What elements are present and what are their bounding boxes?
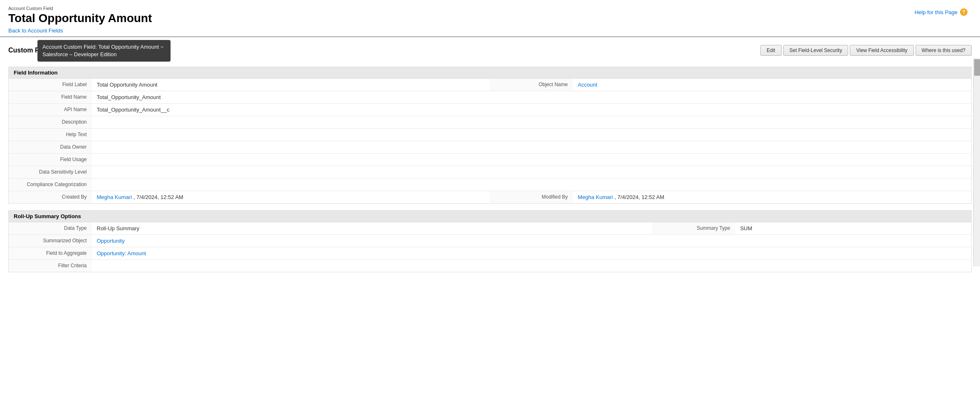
table-row: Summarized Object Opportunity [9,235,972,247]
table-row: Field Name Total_Opportunity_Amount [9,91,972,104]
modified-by-label: Modified By [490,191,573,204]
scrollbar-thumb[interactable] [974,59,980,76]
modified-by-date: , 7/4/2024, 12:52 AM [614,194,664,200]
modified-by-link[interactable]: Megha Kumari [578,194,613,200]
filter-criteria-label: Filter Criteria [9,260,92,272]
page-wrapper: Account Custom Field Total Opportunity A… [0,0,980,418]
description-label: Description [9,116,92,129]
field-name-value: Total_Opportunity_Amount [92,91,972,104]
object-name-label: Object Name [490,79,573,91]
modified-by-value: Megha Kumari , 7/4/2024, 12:52 AM [573,191,972,204]
set-field-level-security-button[interactable]: Set Field-Level Security [783,45,849,56]
created-by-link[interactable]: Megha Kumari [97,194,132,200]
created-by-label: Created By [9,191,92,204]
api-name-value: Total_Opportunity_Amount__c [92,104,972,116]
opportunity-link[interactable]: Opportunity [97,238,125,244]
field-usage-label: Field Usage [9,154,92,166]
created-by-date: , 7/4/2024, 12:52 AM [134,194,183,200]
compliance-value [92,179,972,191]
tooltip: Account Custom Field: Total Opportunity … [37,40,171,62]
data-sensitivity-value [92,166,972,179]
field-label-label: Field Label [9,79,92,91]
table-row: Data Type Roll-Up Summary Summary Type S… [9,222,972,235]
view-field-accessibility-button[interactable]: View Field Accessibility [850,45,913,56]
page-title: Total Opportunity Amount [8,12,972,25]
table-row: Filter Criteria [9,260,972,272]
field-name-label: Field Name [9,91,92,104]
field-to-aggregate-value: Opportunity: Amount [92,247,972,260]
summarized-object-label: Summarized Object [9,235,92,247]
field-to-aggregate-label: Field to Aggregate [9,247,92,260]
scrollbar-track[interactable] [973,58,980,266]
field-label-value: Total Opportunity Amount [92,79,490,91]
created-by-value: Megha Kumari , 7/4/2024, 12:52 AM [92,191,490,204]
toolbar-buttons: Edit Set Field-Level Security View Field… [760,45,972,56]
help-link[interactable]: Help for this Page ? [915,8,968,16]
object-type-label: Account Custom Field [8,6,972,11]
where-is-this-used-button[interactable]: Where is this used? [916,45,972,56]
content-area: Field Information Field Label Total Oppo… [0,67,980,272]
table-row: Created By Megha Kumari , 7/4/2024, 12:5… [9,191,972,204]
compliance-label: Compliance Categorization [9,179,92,191]
data-owner-label: Data Owner [9,141,92,154]
field-information-header: Field Information [8,67,972,78]
table-row: API Name Total_Opportunity_Amount__c [9,104,972,116]
field-information-section: Field Information Field Label Total Oppo… [8,67,972,204]
table-row: Field to Aggregate Opportunity: Amount [9,247,972,260]
data-owner-value [92,141,972,154]
table-row: Data Owner [9,141,972,154]
rollup-summary-header: Roll-Up Summary Options [8,210,972,222]
rollup-summary-section: Roll-Up Summary Options Data Type Roll-U… [8,210,972,272]
back-to-account-fields-link[interactable]: Back to Account Fields [8,27,63,34]
summary-type-value: SUM [735,222,971,235]
field-usage-value [92,154,972,166]
api-name-label: API Name [9,104,92,116]
data-sensitivity-label: Data Sensitivity Level [9,166,92,179]
data-type-value: Roll-Up Summary [92,222,652,235]
summary-type-label: Summary Type [652,222,735,235]
data-type-label: Data Type [9,222,92,235]
filter-criteria-value [92,260,972,272]
help-icon: ? [960,8,968,16]
field-information-table: Field Label Total Opportunity Amount Obj… [8,78,972,204]
help-text-value [92,129,972,141]
table-row: Description [9,116,972,129]
table-row: Field Label Total Opportunity Amount Obj… [9,79,972,91]
account-link[interactable]: Account [578,82,597,88]
opportunity-amount-link[interactable]: Opportunity: Amount [97,250,146,256]
rollup-summary-table: Data Type Roll-Up Summary Summary Type S… [8,222,972,272]
table-row: Data Sensitivity Level [9,166,972,179]
table-row: Help Text [9,129,972,141]
help-text-label: Help Text [9,129,92,141]
summarized-object-value: Opportunity [92,235,972,247]
table-row: Field Usage [9,154,972,166]
page-header: Account Custom Field Total Opportunity A… [0,0,980,36]
description-value [92,116,972,129]
table-row: Compliance Categorization [9,179,972,191]
help-link-text: Help for this Page [915,9,958,15]
object-name-value: Account [573,79,972,91]
edit-button[interactable]: Edit [760,45,782,56]
